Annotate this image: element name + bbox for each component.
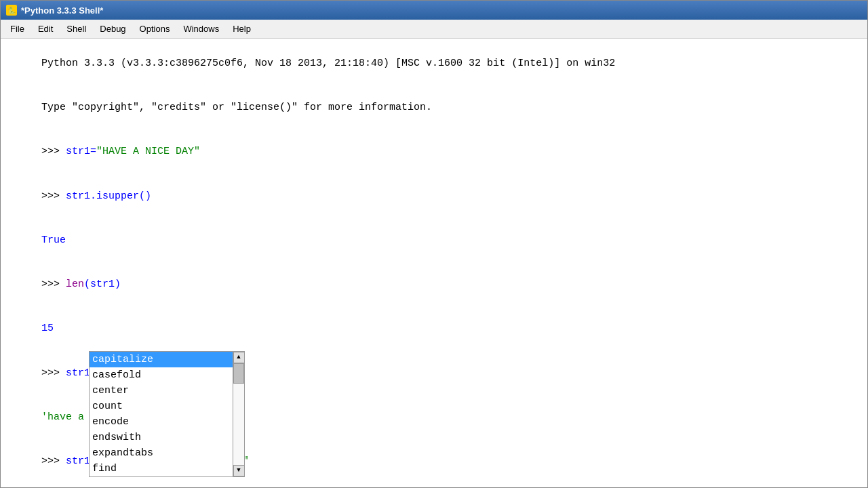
menu-help[interactable]: Help xyxy=(226,21,258,37)
menu-windows[interactable]: Windows xyxy=(176,21,226,37)
window-title: *Python 3.3.3 Shell* xyxy=(21,5,103,16)
menu-edit[interactable]: Edit xyxy=(31,21,60,37)
shell-output-true: True xyxy=(5,218,863,262)
autocomplete-list: capitalize casefold center count encode … xyxy=(90,352,233,476)
menu-options[interactable]: Options xyxy=(133,21,177,37)
scroll-down-arrow[interactable]: ▼ xyxy=(233,465,245,476)
menu-debug[interactable]: Debug xyxy=(93,21,132,37)
title-bar: 🐍 *Python 3.3.3 Shell* xyxy=(1,1,867,20)
autocomplete-item-encode[interactable]: encode xyxy=(90,414,233,430)
autocomplete-item-center[interactable]: center xyxy=(90,383,233,399)
shell-output-15: 15 xyxy=(5,307,863,351)
autocomplete-item-endswith[interactable]: endswith xyxy=(90,430,233,445)
autocomplete-item-capitalize[interactable]: capitalize xyxy=(90,352,233,367)
autocomplete-item-expandtabs[interactable]: expandtabs xyxy=(90,445,233,461)
shell-line-1: >>> str1="HAVE A NICE DAY" xyxy=(5,130,863,174)
menu-file[interactable]: File xyxy=(3,21,31,37)
menubar: File Edit Shell Debug Options Windows He… xyxy=(1,20,867,39)
window-icon: 🐍 xyxy=(6,5,17,16)
autocomplete-scrollbar[interactable]: ▲ ▼ xyxy=(233,352,244,476)
main-window: 🐍 *Python 3.3.3 Shell* File Edit Shell D… xyxy=(0,0,868,488)
shell-line-2: >>> str1.isupper() xyxy=(5,174,863,218)
scroll-thumb[interactable] xyxy=(233,363,244,384)
scroll-track[interactable] xyxy=(233,363,244,465)
menu-shell[interactable]: Shell xyxy=(60,21,93,37)
shell-content[interactable]: Python 3.3.3 (v3.3.3:c3896275c0f6, Nov 1… xyxy=(1,39,867,487)
autocomplete-item-casefold[interactable]: casefold xyxy=(90,367,233,383)
autocomplete-dropdown[interactable]: capitalize casefold center count encode … xyxy=(89,351,245,477)
python-header-1: Python 3.3.3 (v3.3.3:c3896275c0f6, Nov 1… xyxy=(5,41,863,85)
shell-line-6: >>> str1.lstrip('!') xyxy=(5,484,863,488)
python-header-2: Type "copyright", "credits" or "license(… xyxy=(5,85,863,129)
autocomplete-item-find[interactable]: find xyxy=(90,461,233,476)
scroll-up-arrow[interactable]: ▲ xyxy=(233,352,245,363)
autocomplete-item-count[interactable]: count xyxy=(90,399,233,414)
shell-line-3: >>> len(str1) xyxy=(5,262,863,306)
